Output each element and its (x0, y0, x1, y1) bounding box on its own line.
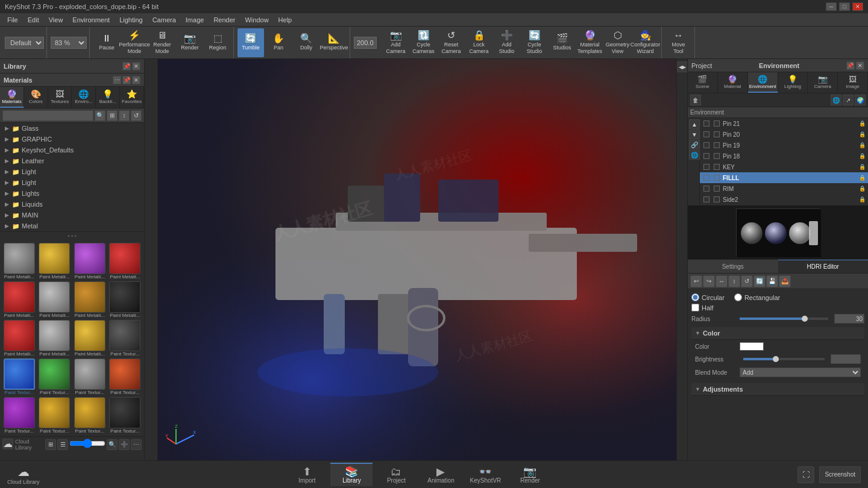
reset-camera-btn[interactable]: ↺ ResetCamera (438, 28, 465, 57)
proj-close-btn[interactable]: ✕ (856, 61, 864, 70)
key-checkbox[interactable] (703, 164, 709, 170)
render-mode-btn[interactable]: 🖥 RenderMode (149, 28, 175, 57)
lock-camera-btn[interactable]: 🔒 LockCamera (466, 28, 492, 57)
circular-radio[interactable] (691, 293, 699, 301)
dolly-btn[interactable]: 🔍 Dolly (293, 28, 319, 57)
zoom-slider[interactable] (69, 439, 105, 448)
menu-view[interactable]: View (44, 13, 68, 27)
viewport[interactable]: 人人素材社区 人人素材社区 人人素材社区 X Y Z (158, 59, 676, 460)
tree-item-main[interactable]: ▶ 📁 MAIN (0, 210, 144, 221)
menu-file[interactable]: File (2, 13, 23, 27)
rim-checkbox[interactable] (703, 186, 709, 192)
globe-small-btn[interactable]: 🌐 (689, 150, 700, 160)
screenshot-btn[interactable]: Screenshot (819, 466, 861, 483)
mat-item[interactable]: Paint Textur... (108, 358, 142, 395)
layer-key[interactable]: KEY 🔒 (700, 161, 868, 172)
menu-render[interactable]: Render (209, 13, 240, 27)
mat-item-selected[interactable]: Paint Textur... (2, 358, 36, 395)
layer-side2[interactable]: Side2 🔒 (700, 194, 868, 205)
tree-item-keyshot-defaults[interactable]: ▶ 📁 Keyshot_Defaults (0, 145, 144, 155)
sort-btn[interactable]: ↕ (119, 110, 130, 121)
material-templates-btn[interactable]: 🔮 MaterialTemplates (577, 28, 603, 57)
expand-right-btn[interactable]: ◀▶ (677, 61, 688, 72)
render-btn[interactable]: 📷 Render (177, 28, 203, 57)
side2-vis[interactable] (714, 196, 720, 202)
cycle-studio-btn[interactable]: 🔄 CycleStudio (521, 28, 548, 57)
pin21-checkbox[interactable] (703, 120, 709, 127)
mat-item[interactable]: Paint Metalli... (2, 243, 36, 280)
radius-input[interactable]: 30 (834, 314, 864, 324)
mat-item[interactable]: Paint Metalli... (38, 281, 72, 318)
bottom-tab-animation[interactable]: ▶ Animation (420, 463, 462, 486)
hdri-undo-btn[interactable]: ↩ (690, 275, 702, 287)
more-btn[interactable]: ⋯ (131, 439, 142, 450)
menu-image[interactable]: Image (181, 13, 209, 27)
geometry-view-btn[interactable]: ⬡ GeometryView (605, 28, 631, 57)
fill-checkbox[interactable] (703, 175, 709, 181)
tumble-btn[interactable]: 🔄 Tumble (237, 28, 264, 57)
tab-environment[interactable]: 🌐 Environment (748, 72, 778, 93)
mat-item[interactable]: Paint Metalli... (73, 281, 107, 318)
menu-environment[interactable]: Environment (68, 13, 115, 27)
pin21-vis[interactable] (714, 120, 720, 127)
bottom-tab-keyshot-vr[interactable]: 👓 KeyShotVR (464, 463, 506, 486)
menu-lighting[interactable]: Lighting (115, 13, 148, 27)
tab-material[interactable]: 🔮 Material (718, 72, 748, 93)
color-section-header[interactable]: ▼ Color (691, 327, 864, 340)
perspective-btn[interactable]: 📐 Perspective (321, 28, 347, 57)
tab-lighting[interactable]: 💡 Lighting (778, 72, 808, 93)
mat-item[interactable]: Paint Textur... (2, 397, 36, 434)
pin19-vis[interactable] (714, 142, 720, 148)
fullscreen-btn[interactable]: ⛶ (797, 466, 814, 483)
env-globe-btn[interactable]: 🌍 (855, 95, 866, 105)
add-studio-btn[interactable]: ➕ AddStudio (494, 28, 520, 57)
search-input[interactable] (2, 110, 93, 121)
mat-item[interactable]: Paint Metalli... (108, 243, 142, 280)
cloud-library-btn[interactable]: ☁ (2, 439, 13, 449)
layer-pin20[interactable]: Pin 20 🔒 (700, 129, 868, 140)
tree-item-light2[interactable]: ▶ 📁 Light (0, 177, 144, 188)
tab-camera[interactable]: 📷 Camera (808, 72, 838, 93)
library-pin-btn[interactable]: 📌 (122, 62, 131, 70)
mat-item[interactable]: Paint Textur... (73, 358, 107, 395)
hdri-editor-tab-btn[interactable]: HDRI Editor (778, 260, 869, 273)
env-delete-btn[interactable]: 🗑 (690, 95, 701, 105)
link-btn[interactable]: 🔗 (689, 140, 700, 149)
tab-backlight[interactable]: 💡 Backli... (96, 87, 120, 108)
search-small-btn[interactable]: 🔍 (107, 439, 118, 450)
mat-item[interactable]: Paint Textur... (38, 358, 72, 395)
tab-materials[interactable]: 🔮 Materials (0, 87, 24, 108)
bottom-tab-library[interactable]: 📚 Library (330, 463, 373, 486)
settings-tab-btn[interactable]: Settings (688, 260, 778, 273)
color-swatch[interactable] (740, 342, 764, 351)
minimize-btn[interactable]: ─ (826, 2, 837, 11)
mat-item[interactable]: Paint Textur... (108, 397, 142, 434)
mat-item[interactable]: Paint Metalli... (108, 281, 142, 318)
tree-item-light1[interactable]: ▶ 📁 Light (0, 166, 144, 177)
library-close-btn[interactable]: ✕ (132, 62, 140, 70)
mat-item[interactable]: Paint Metalli... (38, 320, 72, 357)
half-checkbox[interactable] (691, 304, 699, 311)
pin19-checkbox[interactable] (703, 142, 709, 148)
pan-btn[interactable]: ✋ Pan (265, 28, 292, 57)
list-view-btn[interactable]: ☰ (57, 439, 68, 450)
mat-pin-btn[interactable]: 📌 (122, 76, 131, 84)
blend-mode-select[interactable]: Add Screen Overlay Multiply (740, 368, 861, 377)
tree-item-leather[interactable]: ▶ 📁 Leather (0, 155, 144, 166)
rim-vis[interactable] (714, 186, 720, 192)
move-down-btn[interactable]: ▼ (689, 130, 700, 139)
hdri-flip-h-btn[interactable]: ↔ (715, 275, 728, 287)
hdri-save-btn[interactable]: 💾 (766, 275, 778, 287)
configurator-wizard-btn[interactable]: 🧙 ConfiguratorWizard (632, 28, 659, 57)
tab-favorites[interactable]: ⭐ Favorites (120, 87, 144, 108)
rectangular-radio[interactable] (734, 293, 742, 301)
pause-btn[interactable]: ⏸ Pause (93, 28, 120, 57)
move-up-btn[interactable]: ▲ (689, 119, 700, 129)
pin18-checkbox[interactable] (703, 153, 709, 159)
tab-image[interactable]: 🖼 Image (838, 72, 868, 93)
mat-close-btn[interactable]: ✕ (132, 76, 140, 84)
grid-view-btn[interactable]: ⊞ (45, 439, 56, 450)
hdri-redo-btn[interactable]: ↪ (703, 275, 715, 287)
add-btn[interactable]: ➕ (119, 439, 130, 450)
key-vis[interactable] (714, 164, 720, 170)
